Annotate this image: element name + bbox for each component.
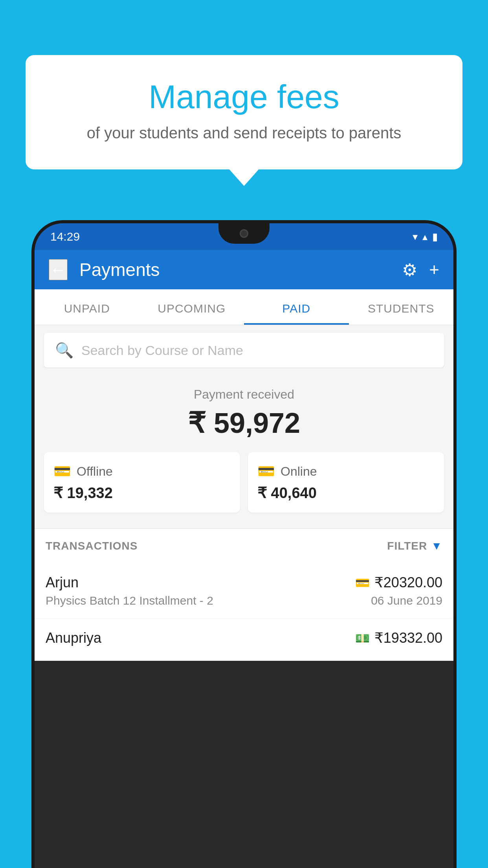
offline-card: 💳 Offline ₹ 19,332 <box>44 452 240 513</box>
tab-paid[interactable]: PAID <box>244 289 349 325</box>
search-container: 🔍 Search by Course or Name <box>35 325 453 375</box>
bubble-title: Manage fees <box>57 79 431 115</box>
cash-payment-icon: 💵 <box>355 631 370 645</box>
tabs: UNPAID UPCOMING PAID STUDENTS <box>35 289 453 325</box>
bubble-subtitle: of your students and send receipts to pa… <box>57 124 431 142</box>
course-info: Physics Batch 12 Installment - 2 <box>46 594 213 607</box>
camera <box>240 229 248 238</box>
back-button[interactable]: ← <box>49 259 68 280</box>
payment-total-amount: ₹ 59,972 <box>44 406 444 440</box>
search-icon: 🔍 <box>55 342 73 359</box>
amount-wrapper: 💵 ₹19332.00 <box>355 630 442 646</box>
speech-bubble: Manage fees of your students and send re… <box>26 55 462 169</box>
app-header: ← Payments ⚙ + <box>35 250 453 289</box>
student-name: Arjun <box>46 574 79 591</box>
transactions-header: TRANSACTIONS FILTER ▼ <box>35 528 453 563</box>
offline-amount: ₹ 19,332 <box>53 484 231 502</box>
table-row[interactable]: Anupriya 💵 ₹19332.00 <box>35 619 453 661</box>
table-row[interactable]: Arjun 💳 ₹20320.00 Physics Batch 12 Insta… <box>35 563 453 619</box>
transaction-row-top: Arjun 💳 ₹20320.00 <box>46 574 442 591</box>
phone-frame: 14:29 ▾ ▴ ▮ ← Payments ⚙ + UNPAID UPCOMI… <box>31 220 457 868</box>
online-card: 💳 Online ₹ 40,640 <box>248 452 444 513</box>
signal-icon: ▴ <box>422 231 427 243</box>
screen-content: UNPAID UPCOMING PAID STUDENTS 🔍 Search b… <box>35 289 453 661</box>
transaction-row-top: Anupriya 💵 ₹19332.00 <box>46 630 442 646</box>
wifi-icon: ▾ <box>413 231 418 243</box>
promo-section: Manage fees of your students and send re… <box>26 55 462 169</box>
amount-wrapper: 💳 ₹20320.00 <box>355 574 442 591</box>
filter-button[interactable]: FILTER ▼ <box>387 540 442 552</box>
add-button[interactable]: + <box>429 260 439 280</box>
online-label: Online <box>281 464 317 479</box>
offline-label: Offline <box>77 464 113 479</box>
header-icons: ⚙ + <box>402 260 439 280</box>
online-card-header: 💳 Online <box>257 463 435 480</box>
phone-inner: 14:29 ▾ ▴ ▮ ← Payments ⚙ + UNPAID UPCOMI… <box>35 223 453 868</box>
tab-unpaid[interactable]: UNPAID <box>35 289 139 325</box>
battery-icon: ▮ <box>432 231 438 243</box>
status-icons: ▾ ▴ ▮ <box>413 231 438 243</box>
search-box[interactable]: 🔍 Search by Course or Name <box>44 333 444 368</box>
search-input[interactable]: Search by Course or Name <box>81 343 243 358</box>
transaction-amount: ₹19332.00 <box>374 630 442 646</box>
transaction-row-bottom: Physics Batch 12 Installment - 2 06 June… <box>46 594 442 607</box>
transaction-date: 06 June 2019 <box>371 594 442 607</box>
transactions-label: TRANSACTIONS <box>46 540 138 552</box>
notch <box>218 223 270 244</box>
payment-received-label: Payment received <box>44 387 444 402</box>
payment-summary: Payment received ₹ 59,972 💳 Offline ₹ 19… <box>35 375 453 528</box>
tab-students[interactable]: STUDENTS <box>349 289 454 325</box>
page-title: Payments <box>79 259 390 280</box>
student-name: Anupriya <box>46 630 101 646</box>
settings-button[interactable]: ⚙ <box>402 260 417 280</box>
filter-icon: ▼ <box>431 540 442 552</box>
offline-card-header: 💳 Offline <box>53 463 231 480</box>
card-payment-icon: 💳 <box>355 576 370 590</box>
status-time: 14:29 <box>50 230 80 243</box>
transaction-amount: ₹20320.00 <box>374 574 442 591</box>
online-amount: ₹ 40,640 <box>257 484 435 502</box>
payment-cards: 💳 Offline ₹ 19,332 💳 Online ₹ 40,640 <box>44 452 444 513</box>
status-bar: 14:29 ▾ ▴ ▮ <box>35 223 453 250</box>
filter-label: FILTER <box>387 540 427 552</box>
cash-icon: 💳 <box>53 463 71 480</box>
card-icon: 💳 <box>257 463 275 480</box>
tab-upcoming[interactable]: UPCOMING <box>139 289 244 325</box>
